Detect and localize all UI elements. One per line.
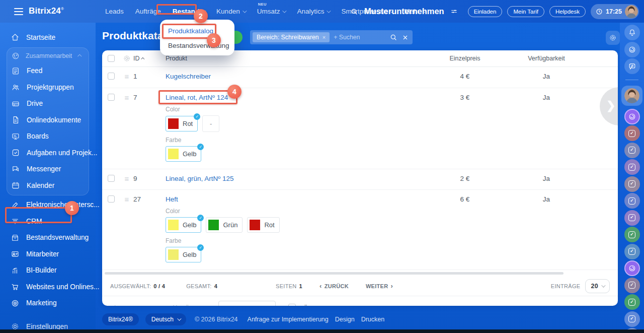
- select-all-checkbox[interactable]: [108, 55, 115, 62]
- nav-item-leads[interactable]: Leads: [105, 8, 124, 15]
- filter-chip-remove-icon[interactable]: ×: [323, 34, 326, 40]
- nav-item-kunden[interactable]: Kunden: [216, 8, 246, 15]
- footer-brand-pill[interactable]: Bitrix24®: [102, 313, 139, 325]
- drag-handle[interactable]: ≡: [120, 169, 133, 188]
- search-icon[interactable]: [350, 8, 358, 16]
- rail-chat-icon[interactable]: ✓: [624, 176, 640, 192]
- filter-search-bar[interactable]: Bereich: Schreibwaren × + Suchen: [250, 30, 413, 44]
- user-avatar[interactable]: [625, 5, 638, 18]
- rail-chat-icon[interactable]: ✓: [624, 244, 640, 259]
- sidebar-item-startseite[interactable]: Startseite: [0, 29, 96, 46]
- sidebar-item-kalender[interactable]: Kalender: [7, 177, 89, 194]
- drag-handle[interactable]: ≡: [120, 88, 133, 107]
- product-link[interactable]: Heft: [166, 195, 178, 203]
- rail-copilot-icon[interactable]: [624, 260, 640, 276]
- hamburger-menu-icon[interactable]: [14, 8, 23, 15]
- nav-item-bestand[interactable]: Bestand: [173, 8, 205, 15]
- prev-page-button[interactable]: ‹ZURÜCK: [319, 282, 349, 290]
- rail-chat-icon[interactable]: ✓: [624, 294, 640, 310]
- sidebar-item-websites-und-onlines-[interactable]: Websites und Onlines...: [0, 279, 96, 295]
- filter-chip[interactable]: Bereich: Schreibwaren ×: [253, 32, 330, 42]
- rail-chat-icon[interactable]: ✓: [624, 193, 640, 209]
- drag-handle[interactable]: ≡: [120, 190, 133, 209]
- filter-clear-icon[interactable]: [402, 34, 409, 41]
- helpdesk-button[interactable]: Helpdesk: [549, 6, 586, 17]
- rail-chat-icon[interactable]: ✓: [624, 227, 640, 242]
- footer-link-design[interactable]: Design: [335, 316, 355, 323]
- rail-chat-icon[interactable]: ✓: [624, 311, 640, 327]
- sidebar-item-drive[interactable]: Drive: [7, 96, 89, 112]
- next-page-button[interactable]: WEITER›: [366, 282, 393, 290]
- for-all-toggle[interactable]: FÜR ALLE: [288, 304, 330, 306]
- product-link[interactable]: Lineal, rot, ArtNº 124: [166, 94, 228, 101]
- sidebar-item-crm[interactable]: CRM: [0, 213, 96, 230]
- sidebar-item-onlinedokumente[interactable]: Onlinedokumente: [7, 112, 89, 128]
- product-link[interactable]: Lineal, grün, ArtNº 125: [166, 175, 234, 182]
- actions-dropdown[interactable]: - AKTIONEN -: [218, 301, 276, 306]
- plan-button[interactable]: Mein Tarif: [507, 6, 544, 17]
- search-placeholder[interactable]: + Suchen: [334, 34, 389, 41]
- row-checkbox[interactable]: [108, 94, 115, 101]
- rail-chat-icon[interactable]: ✓: [624, 125, 640, 141]
- sidebar-item-mitarbeiter[interactable]: Mitarbeiter: [0, 246, 96, 262]
- nav-item-umsatz[interactable]: NEUUmsatz: [257, 8, 286, 15]
- grid-settings-button[interactable]: [606, 31, 620, 45]
- rail-bell-icon[interactable]: [624, 25, 640, 40]
- column-header-product[interactable]: Produkt: [166, 55, 425, 62]
- footer-link-print[interactable]: Drucken: [361, 316, 385, 323]
- filter-search-icon[interactable]: [389, 33, 397, 41]
- sidebar-item-elektronische-untersc-[interactable]: Elektronische Untersc...: [0, 197, 96, 214]
- rail-copilot-icon[interactable]: [624, 109, 640, 124]
- variant-chip-gelb[interactable]: Gelb✓: [166, 247, 201, 262]
- sidebar-item-bestandsverwaltung[interactable]: Bestandsverwaltung: [0, 230, 96, 246]
- sidebar-item-projektgruppen[interactable]: Projektgruppen: [7, 79, 89, 96]
- variant-chip-rot[interactable]: Rot✓: [166, 116, 198, 131]
- row-checkbox[interactable]: [108, 73, 115, 80]
- menu-item-bestandsverwaltung[interactable]: Bestandsverwaltung: [168, 42, 226, 49]
- app-logo[interactable]: Bitrix24®: [29, 6, 64, 16]
- variant-chip-empty[interactable]: -: [202, 115, 219, 132]
- row-checkbox[interactable]: [108, 175, 115, 182]
- invite-button[interactable]: Einladen: [468, 6, 503, 17]
- chevron-down-icon: [202, 9, 206, 13]
- variant-chip-gelb[interactable]: Gelb✓: [166, 217, 201, 233]
- sidebar-item-marketing[interactable]: Marketing: [0, 295, 96, 312]
- rail-copilot-icon[interactable]: [624, 42, 640, 57]
- language-select[interactable]: Deutsch: [145, 313, 186, 325]
- nav-item-aufträge[interactable]: Aufträge: [135, 8, 161, 15]
- footer-link-implementation[interactable]: Anfrage zur Implementierung: [248, 316, 329, 323]
- menu-item-produktkatalog[interactable]: Produktkatalog: [168, 27, 226, 35]
- sidebar-item-boards[interactable]: Boards: [7, 128, 89, 145]
- drag-handle[interactable]: ≡: [120, 67, 133, 86]
- sidebar-item-aufgaben-und-projek-[interactable]: Aufgaben und Projek...: [7, 145, 89, 161]
- variant-chip-grün[interactable]: Grün: [206, 217, 243, 233]
- sidebar-item-messenger[interactable]: Messenger: [7, 161, 89, 178]
- product-link[interactable]: Kugelschreiber: [166, 73, 211, 80]
- sidebar-item-bi-builder[interactable]: BI-Builder: [0, 262, 96, 279]
- column-header-availability[interactable]: Verfügbarkeit: [505, 55, 588, 62]
- delete-button[interactable]: ✕LÖSCHEN: [173, 304, 210, 306]
- column-header-id[interactable]: ID: [133, 55, 166, 62]
- sidebar-item-feed[interactable]: Feed: [7, 63, 89, 80]
- for-all-checkbox[interactable]: [288, 304, 296, 306]
- variant-chip-rot[interactable]: Rot: [247, 217, 279, 233]
- column-header-price[interactable]: Einzelpreis: [425, 55, 505, 62]
- cell-availability: Ja: [505, 169, 588, 188]
- company-name[interactable]: Musterunternehmen: [364, 7, 444, 16]
- clock-profile-widget[interactable]: 17:25: [591, 4, 639, 19]
- rail-chat-icon[interactable]: ✓: [624, 159, 640, 175]
- variant-chip-gelb[interactable]: Gelb✓: [166, 146, 201, 162]
- nav-item-analytics[interactable]: Analytics: [297, 8, 330, 15]
- rail-chat-icon[interactable]: ✓: [624, 210, 640, 226]
- edit-button[interactable]: BEARBEITEN: [111, 304, 159, 306]
- rail-chat-icon[interactable]: ✓: [624, 278, 640, 293]
- entries-per-page-select[interactable]: 20: [585, 279, 610, 293]
- sidebar-group-header[interactable]: Zusammenarbeit: [7, 49, 89, 63]
- rail-profile-avatar[interactable]: [621, 86, 642, 106]
- horizontal-scrollbar[interactable]: [105, 272, 564, 275]
- company-switch-icon[interactable]: [450, 8, 458, 15]
- columns-gear-icon[interactable]: [120, 54, 133, 62]
- rail-chat-icon[interactable]: ✓: [624, 143, 640, 158]
- row-checkbox[interactable]: [108, 195, 115, 203]
- rail-chat-arrows-icon[interactable]: [624, 58, 640, 74]
